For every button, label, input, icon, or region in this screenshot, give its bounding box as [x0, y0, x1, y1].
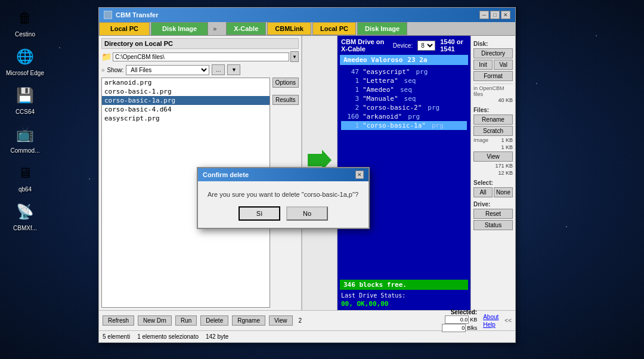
blks-input[interactable]	[442, 324, 466, 332]
kb-unit: KB	[470, 317, 477, 323]
tab-xcable[interactable]: X-Cable	[226, 22, 266, 35]
cestino-label: Cestino	[15, 31, 35, 38]
disk-id: 23 2a	[407, 56, 427, 64]
status-button[interactable]: Status	[473, 220, 513, 230]
status-bar: 5 elementi 1 elemento selezionato 142 by…	[99, 330, 515, 342]
image-label: Image	[473, 137, 488, 143]
title-bar: CBM Transfer ─ □ ✕	[99, 8, 515, 22]
file-item-corso1a[interactable]: corso-basic-1a.prg	[102, 96, 270, 105]
desktop-icon-cestino[interactable]: 🗑 Cestino	[6, 6, 44, 38]
cbmxfer-icon: 📡	[13, 200, 37, 224]
show-extra-btn[interactable]: …	[212, 64, 225, 75]
title-bar-left: CBM Transfer	[104, 11, 159, 19]
refresh-button[interactable]: Refresh	[103, 315, 134, 326]
path-dropdown[interactable]: ▼	[290, 51, 299, 62]
transfer-left-bottom[interactable]: <<	[504, 317, 512, 324]
results-button[interactable]: Results	[273, 95, 299, 105]
new-drn-button[interactable]: New Drn	[138, 315, 172, 326]
commodore-icon: 📺	[13, 122, 37, 146]
cbm-header: CBM Drive on X-Cable Device: 8 1540 or 1…	[338, 36, 470, 55]
file-item-arkanoid[interactable]: arkanoid.prg	[102, 78, 270, 87]
blks-unit: Blks	[467, 325, 477, 331]
none-button[interactable]: None	[494, 187, 513, 197]
cbm-file-easyscript[interactable]: 47 "easyscript" prg	[341, 67, 467, 76]
delete-button[interactable]: Delete	[200, 315, 228, 326]
directory-button[interactable]: Directory	[473, 48, 513, 58]
size-171kb: 171 KB	[495, 163, 513, 169]
show-row: » Show: All Files … ▼	[101, 64, 299, 75]
cbmxfer-label: CBMXf...	[13, 225, 37, 231]
ccs64-label: CCS64	[16, 109, 35, 115]
desktop-icon-ccs64[interactable]: 💾 CCS64	[6, 83, 44, 115]
about-link[interactable]: About	[483, 314, 499, 320]
path-input[interactable]	[113, 52, 289, 61]
cbm-file-corso2[interactable]: 2 "corso-basic-2" prg	[341, 103, 467, 112]
drive-type: 1540 or 1541	[440, 38, 467, 52]
minimize-button[interactable]: ─	[479, 11, 489, 19]
rename-bottom-button[interactable]: Rgname	[232, 315, 265, 326]
blocks-free: 346 blocks free.	[340, 280, 468, 290]
tab-disk-image[interactable]: Disk Image	[151, 22, 208, 35]
tab-bar: Local PC Disk Image » X-Cable CBMLink Lo…	[99, 22, 515, 36]
status-items: 5 elementi	[103, 333, 130, 340]
dialog-yes-button[interactable]: Sì	[239, 206, 280, 221]
desktop-icon-cbmxfer[interactable]: 📡 CBMXf...	[6, 200, 44, 231]
maximize-button[interactable]: □	[490, 11, 500, 19]
options-button[interactable]: Options	[273, 78, 299, 88]
title-bar-controls: ─ □ ✕	[479, 11, 510, 19]
view-button[interactable]: View	[473, 151, 513, 162]
show-label: Show:	[107, 67, 124, 73]
close-button[interactable]: ✕	[501, 11, 510, 19]
dialog-no-button[interactable]: No	[286, 206, 328, 221]
cbm-file-manuale[interactable]: 3 "Manuale" seq	[341, 94, 467, 103]
device-select[interactable]: 8	[417, 41, 435, 51]
all-button[interactable]: All	[473, 187, 493, 197]
help-link[interactable]: Help	[483, 321, 499, 328]
right-sidebar: Disk: Directory Init Val Format in OpenC…	[470, 36, 515, 310]
rename-button[interactable]: Rename	[473, 114, 513, 125]
show-select[interactable]: All Files	[126, 65, 209, 75]
cbm-file-arkanoid[interactable]: 160 "arkanoid" prg	[341, 112, 467, 121]
cbm-file-amedeo[interactable]: 1 "Amedeo" seq	[341, 85, 467, 94]
blks-row: Blks	[442, 324, 477, 332]
cbm-panel-title: CBM Drive on X-Cable	[341, 38, 388, 52]
file-item-corso1[interactable]: corso-basic-1.prg	[102, 87, 270, 96]
run-button[interactable]: Run	[175, 315, 197, 326]
qb64-label: qb64	[18, 186, 32, 193]
last-drive-status-label: Last Drive Status:	[338, 291, 470, 300]
tab-local-pc[interactable]: Local PC	[99, 22, 150, 35]
cbm-file-lettera[interactable]: 1 "Lettera" seq	[341, 76, 467, 85]
init-button[interactable]: Init	[473, 60, 493, 70]
tab-cbmlink[interactable]: CBMLink	[267, 22, 311, 35]
qb64-icon: 🖥	[13, 161, 37, 185]
scratch-button[interactable]: Scratch	[473, 126, 513, 136]
desktop-icon-edge[interactable]: 🌐 Microsof Edge	[6, 45, 44, 76]
size-12-row: 12 KB	[473, 170, 513, 176]
cbm-file-corso1a[interactable]: 1 "corso-basic-1a" prg	[341, 121, 467, 130]
file-item-corso4[interactable]: corso-basic-4.d64	[102, 105, 270, 114]
dialog-close-button[interactable]: ✕	[355, 171, 364, 179]
format-button[interactable]: Format	[473, 71, 513, 81]
val-button[interactable]: Val	[494, 60, 513, 70]
view-bottom-button[interactable]: View	[269, 315, 293, 326]
size-12kb: 12 KB	[498, 170, 513, 176]
tab-disk-image-2[interactable]: Disk Image	[357, 22, 407, 35]
commodore-label: Commod...	[11, 147, 40, 154]
app-icon	[104, 11, 112, 19]
kb-input[interactable]	[445, 315, 469, 324]
tab-local-pc-2[interactable]: Local PC	[312, 22, 356, 35]
tab-arrow[interactable]: »	[209, 22, 220, 35]
size-40kb: 40 KB	[473, 97, 513, 103]
desktop-icon-qb64[interactable]: 🖥 qb64	[6, 161, 44, 193]
file-item-easyscript[interactable]: easyscript.prg	[102, 114, 270, 123]
dialog-body: Are you sure you want to delete "corso-b…	[198, 181, 369, 204]
show-filter-btn[interactable]: ▼	[227, 64, 240, 75]
reset-button[interactable]: Reset	[473, 209, 513, 219]
ccs64-icon: 💾	[13, 83, 37, 107]
init-val-row: Init Val	[473, 60, 513, 70]
dialog-title-bar: Confirm delete ✕	[198, 168, 369, 181]
desktop-icon-commodore[interactable]: 📺 Commod...	[6, 122, 44, 154]
edge-label: Microsof Edge	[6, 70, 44, 76]
size-1kb-2-row: 1 KB	[473, 144, 513, 150]
disk-label-text: in OpenCBM files	[473, 85, 513, 97]
